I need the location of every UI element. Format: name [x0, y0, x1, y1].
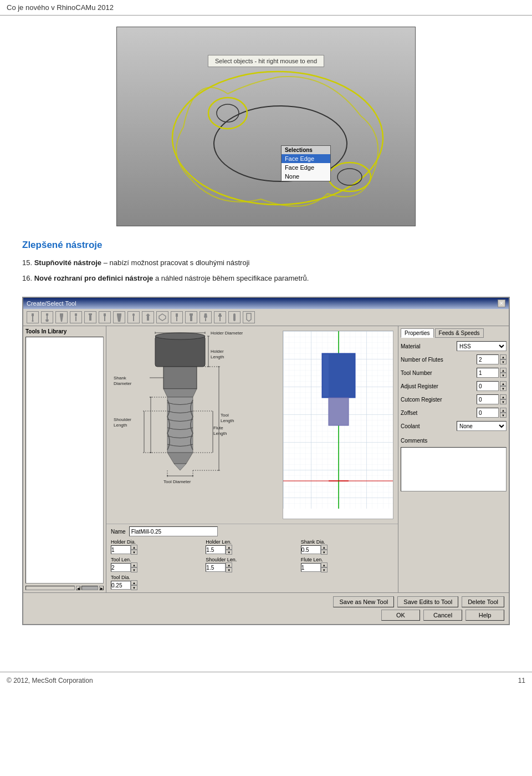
flute-len-down[interactable]: ▼	[321, 567, 328, 572]
num-flutes-row: Number of Flutes ▲ ▼	[401, 354, 507, 364]
flute-len-spinners: ▲ ▼	[321, 562, 328, 572]
tool-number-down[interactable]: ▼	[500, 373, 507, 378]
shoulder-len-up[interactable]: ▲	[226, 562, 232, 567]
flute-len-input[interactable]	[301, 563, 321, 572]
tool-number-input[interactable]	[477, 368, 499, 378]
num-flutes-up[interactable]: ▲	[500, 354, 507, 359]
holder-dia-down[interactable]: ▼	[131, 550, 137, 555]
svg-text:Tool Diameter: Tool Diameter	[163, 479, 191, 484]
flute-len-up[interactable]: ▲	[321, 562, 328, 567]
tool-icon-0[interactable]	[27, 311, 39, 323]
tool-icon-15[interactable]	[243, 311, 255, 323]
save-edits-to-tool-button[interactable]: Save Edits to Tool	[397, 596, 458, 607]
svg-rect-20	[104, 316, 105, 321]
point-16-label: Nové rozhraní pro definici nástroje	[34, 274, 154, 282]
holder-len-input-group: ▲ ▼	[206, 545, 298, 555]
svg-text:Holder: Holder	[211, 349, 224, 354]
shoulder-len-group: Shoulder Len. ▲ ▼	[206, 557, 298, 572]
context-menu-item-0[interactable]: Face Edge	[282, 154, 330, 163]
coolant-select[interactable]: None Flood Mist	[457, 421, 507, 431]
svg-marker-44	[174, 464, 186, 470]
tool-icon-6[interactable]	[113, 311, 125, 323]
tool-icon-2[interactable]	[55, 311, 68, 323]
cutcom-register-up[interactable]: ▲	[500, 394, 507, 399]
holder-dia-input[interactable]	[111, 545, 131, 554]
tool-icon-7[interactable]	[127, 311, 140, 323]
cutcom-register-down[interactable]: ▼	[500, 399, 507, 404]
shoulder-len-down[interactable]: ▼	[226, 567, 232, 572]
shank-dia-down[interactable]: ▼	[321, 550, 328, 555]
shank-dia-input-group: ▲ ▼	[301, 545, 393, 555]
svg-rect-35	[219, 317, 221, 321]
tab-feeds-speeds[interactable]: Feeds & Speeds	[435, 328, 484, 338]
tool-icon-10[interactable]	[171, 311, 183, 323]
tool-len-down[interactable]: ▼	[131, 567, 137, 572]
tool-icon-12[interactable]	[200, 311, 212, 323]
library-scroll-right[interactable]: ▶	[99, 586, 104, 590]
svg-rect-18	[89, 315, 91, 321]
tool-icon-8[interactable]	[142, 311, 154, 323]
zoffset-input-group: ▲ ▼	[477, 408, 507, 418]
dialog-close-button[interactable]: ✕	[498, 300, 505, 307]
svg-text:Length: Length	[213, 431, 227, 436]
tool-icon-9[interactable]	[156, 311, 168, 323]
tool-number-up[interactable]: ▲	[500, 368, 507, 373]
shank-dia-input[interactable]	[301, 545, 321, 554]
library-scroll-left[interactable]: ◀	[76, 586, 80, 590]
dialog-body: Tools In Library ◀ ▶	[23, 326, 509, 592]
center-panel: Holder Diameter Holder Length Sh	[106, 326, 398, 592]
cutcom-register-input[interactable]	[477, 394, 499, 404]
flute-len-input-group: ▲ ▼	[301, 562, 393, 572]
tool-len-up[interactable]: ▲	[131, 562, 137, 567]
tool-icon-5[interactable]	[99, 311, 111, 323]
tool-icon-1[interactable]	[41, 311, 53, 323]
context-menu-item-2[interactable]: None	[282, 172, 330, 181]
save-as-new-tool-button[interactable]: Save as New Tool	[333, 596, 394, 607]
holder-len-input[interactable]	[206, 545, 226, 554]
tool-icon-3[interactable]	[70, 311, 82, 323]
shank-dia-up[interactable]: ▲	[321, 545, 328, 550]
tab-properties[interactable]: Properties	[401, 328, 434, 338]
tool-icon-4[interactable]	[84, 311, 96, 323]
params-row-3: Tool Dia. ▲ ▼	[111, 575, 393, 590]
tool-name-input[interactable]	[129, 526, 218, 536]
comments-textarea[interactable]	[401, 447, 507, 491]
tool-params-section: Name Holder Dia. ▲	[106, 524, 398, 592]
zoffset-down[interactable]: ▼	[500, 413, 507, 418]
num-flutes-label: Number of Flutes	[401, 357, 443, 363]
num-flutes-input[interactable]	[477, 354, 499, 364]
tool-dia-input[interactable]	[111, 581, 131, 590]
tool-icon-13[interactable]	[214, 311, 226, 323]
cancel-button[interactable]: Cancel	[423, 610, 462, 621]
flute-len-group: Flute Len. ▲ ▼	[301, 557, 393, 572]
adjust-register-down[interactable]: ▼	[500, 386, 507, 391]
context-menu-item-1[interactable]: Face Edge	[282, 163, 330, 172]
library-list[interactable]	[25, 337, 104, 584]
delete-tool-button[interactable]: Delete Tool	[462, 596, 504, 607]
zoffset-up[interactable]: ▲	[500, 408, 507, 413]
tool-icon-14[interactable]	[228, 311, 241, 323]
select-tooltip: Select objects - hit right mouse to end	[208, 55, 324, 67]
svg-marker-43	[167, 453, 193, 464]
shoulder-len-input[interactable]	[206, 563, 226, 572]
tool-dia-down[interactable]: ▼	[131, 585, 137, 590]
help-button[interactable]: Help	[466, 610, 504, 621]
holder-len-up[interactable]: ▲	[226, 545, 232, 550]
ok-button[interactable]: OK	[381, 610, 420, 621]
holder-dia-up[interactable]: ▲	[131, 545, 137, 550]
num-flutes-down[interactable]: ▼	[500, 359, 507, 364]
holder-len-down[interactable]: ▼	[226, 550, 232, 555]
tool-dia-up[interactable]: ▲	[131, 580, 137, 585]
svg-marker-22	[117, 315, 121, 322]
zoffset-input[interactable]	[477, 408, 499, 418]
tool-icon-11[interactable]	[185, 311, 197, 323]
tool-dia-group: Tool Dia. ▲ ▼	[111, 575, 137, 590]
tool-len-input[interactable]	[111, 563, 131, 572]
material-label: Material	[401, 343, 421, 349]
adjust-register-up[interactable]: ▲	[500, 381, 507, 386]
svg-marker-14	[60, 316, 63, 322]
material-select[interactable]: HSS Carbide	[457, 341, 507, 351]
point-15-text: – nabízí možnost pracovat s dlouhými nás…	[104, 258, 250, 267]
adjust-register-input[interactable]	[477, 381, 499, 391]
point-15-label: Stupňovité nástroje	[34, 258, 101, 267]
